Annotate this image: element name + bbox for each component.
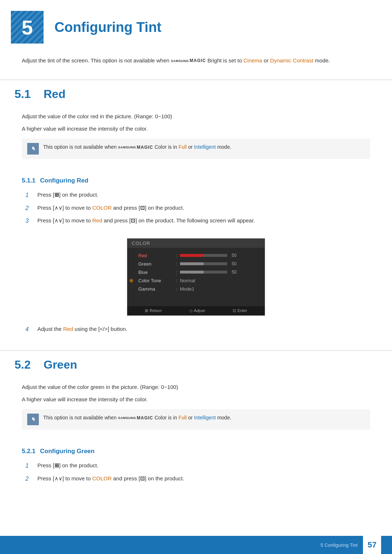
intro-text-mid2: or [264, 57, 270, 63]
brand-magic-color-52: SAMSUNG MAGIC [118, 415, 153, 422]
brand-magic-bright: SAMSUNG MAGIC [171, 57, 206, 64]
step-511-3-text: Press [∧∨] to move to Red and press [⊡] … [37, 216, 255, 225]
osd-enter-label: Enter [237, 308, 247, 313]
step-511-4-text: Adjust the Red using the [</>] button. [37, 325, 127, 333]
step-521-2-color: COLOR [92, 475, 111, 481]
osd-sep-blue: : [176, 270, 177, 275]
intro-highlight-dynamic: Dynamic Contrast [270, 57, 313, 63]
chapter-number: 5 [21, 16, 33, 39]
osd-footer-return: ⊞ Return [145, 308, 162, 313]
subsection-521-title: Configuring Green [40, 448, 94, 455]
osd-screen: COLOR Red : 50 Green : [127, 238, 265, 316]
step-511-3-num: 3 [25, 216, 34, 226]
chapter-header: 5 Configuring Tint [0, 0, 392, 51]
osd-enter-icon: ⊡ [233, 308, 236, 313]
note-text-before-52: This option is not available when [43, 415, 118, 420]
section-52-content: Adjust the value of the color green in t… [0, 377, 392, 440]
osd-label-colortone: Color Tone [138, 278, 173, 283]
subsection-521-num: 5.2.1 [22, 448, 36, 455]
osd-value-green: 50 [229, 261, 237, 266]
brand-samsung-51: SAMSUNG [118, 146, 136, 149]
step-511-3: 3 Press [∧∨] to move to Red and press [⊡… [25, 216, 370, 226]
section-51-header: 5.1 Red [0, 79, 392, 106]
page: 5 Configuring Tint Adjust the tint of th… [0, 0, 392, 554]
intro-text-end: mode. [315, 57, 330, 63]
section-51-note: ✎ This option is not available when SAMS… [22, 139, 370, 159]
osd-title: COLOR [132, 241, 150, 246]
step-521-1-num: 1 [25, 461, 34, 471]
subsection-511-num: 5.1.1 [22, 177, 36, 184]
osd-row-blue: Blue : 50 [138, 268, 259, 276]
osd-footer: ⊞ Return ◇ Adjust ⊡ Enter [127, 306, 265, 315]
section-52-num: 5.2 [15, 358, 36, 372]
note-text: This option is not available when SAMSUN… [43, 143, 231, 151]
osd-label-green: Green [138, 261, 173, 267]
step-511-4-red: Red [63, 326, 73, 332]
brand-magic-color-51: SAMSUNG MAGIC [118, 144, 153, 151]
osd-value-gamma: Mode1 [180, 286, 195, 292]
brand-samsung-52: SAMSUNG [118, 416, 136, 420]
section-51-para2: A higher value will increase the intensi… [22, 124, 370, 134]
step-511-1-num: 1 [25, 190, 34, 200]
osd-bar-blue [180, 271, 227, 274]
osd-sep-gamma: : [176, 286, 177, 292]
step-511-4-num: 4 [25, 325, 34, 334]
steps-511-step4: 4 Adjust the Red using the [</>] button. [0, 323, 392, 341]
osd-body: Red : 50 Green : [127, 248, 265, 303]
step-521-2: 2 Press [∧∨] to move to COLOR and press … [25, 474, 370, 484]
osd-footer-adjust: ◇ Adjust [189, 308, 205, 313]
section-52-title: Green [44, 358, 77, 372]
osd-adjust-icon: ◇ [189, 308, 192, 313]
chapter-title: Configuring Tint [54, 20, 162, 35]
step-521-1: 1 Press [⊞] on the product. [25, 461, 370, 471]
osd-label-gamma: Gamma [138, 286, 173, 292]
step-511-2-num: 2 [25, 204, 34, 213]
subsection-511-title: Configuring Red [40, 177, 88, 184]
step-521-1-text: Press [⊞] on the product. [37, 461, 98, 470]
osd-row-colortone: ⊕ Color Tone : Normal [138, 276, 259, 285]
osd-container: COLOR Red : 50 Green : [0, 238, 392, 316]
step-511-2: 2 Press [∧∨] to move to COLOR and press … [25, 204, 370, 213]
note-icon-52: ✎ [27, 414, 39, 425]
osd-icon-cp: ⊕ [129, 278, 134, 283]
step-521-2-num: 2 [25, 474, 34, 484]
brand-magic-label: MAGIC [189, 57, 206, 64]
page-footer: 5 Configuring Tint 57 [0, 536, 392, 554]
section-52-note: ✎ This option is not available when SAMS… [22, 409, 370, 430]
section-52-para2: A higher value will increase the intensi… [22, 395, 370, 404]
note-text-mid: Color is in [155, 144, 179, 150]
section-51-title: Red [44, 87, 65, 101]
osd-value-blue: 50 [229, 270, 237, 275]
note-text-mid2-52: or [188, 415, 194, 420]
brand-magic-51: MAGIC [137, 144, 153, 151]
note-text-end-52: mode. [217, 415, 231, 420]
osd-bar-red-container: 50 [180, 253, 237, 258]
osd-return-label: Return [150, 308, 162, 313]
osd-row-green: Green : 50 [138, 260, 259, 268]
osd-value-red: 50 [229, 253, 237, 258]
footer-chapter-text: 5 Configuring Tint [320, 542, 358, 548]
brand-samsung-label: SAMSUNG [171, 59, 189, 63]
step-511-3-red: Red [92, 217, 102, 223]
steps-521-list: 1 Press [⊞] on the product. 2 Press [∧∨]… [0, 459, 392, 491]
osd-sep-colortone: : [176, 278, 177, 283]
osd-value-colortone: Normal [180, 278, 195, 283]
osd-row-gamma: Gamma : Mode1 [138, 285, 259, 293]
section-52-para1: Adjust the value of the color green in t… [22, 382, 370, 392]
osd-bar-blue-container: 50 [180, 270, 237, 275]
note-text-52: This option is not available when SAMSUN… [43, 414, 231, 422]
brand-magic-52: MAGIC [137, 415, 153, 422]
osd-sep-red: : [176, 253, 177, 258]
note-text-mid-52: Color is in [155, 415, 179, 420]
step-521-2-text: Press [∧∨] to move to COLOR and press [⊡… [37, 474, 184, 483]
step-511-4: 4 Adjust the Red using the [</>] button. [25, 325, 370, 334]
step-511-1: 1 Press [⊞] on the product. [25, 190, 370, 200]
step-511-2-text: Press [∧∨] to move to COLOR and press [⊡… [37, 204, 184, 212]
chapter-number-box: 5 [11, 11, 44, 44]
osd-spacer [138, 293, 259, 300]
note-highlight-full-51: Full [179, 144, 187, 150]
note-text-before: This option is not available when [43, 144, 118, 150]
osd-bar-green-container: 50 [180, 261, 237, 266]
section-51-num: 5.1 [15, 87, 36, 101]
subsection-511-header: 5.1.1 Configuring Red [0, 170, 392, 189]
